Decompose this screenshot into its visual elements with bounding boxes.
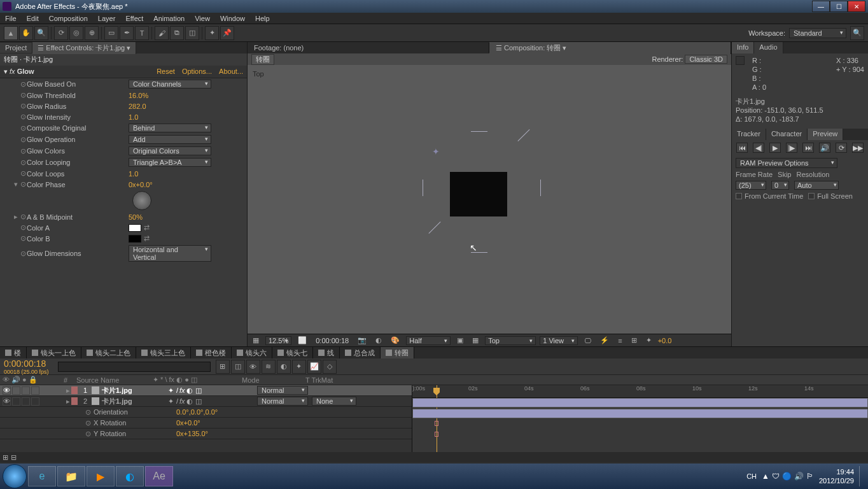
layer-bar-1[interactable] [412, 398, 868, 408]
effect-options[interactable]: Options... [182, 67, 212, 75]
viewport[interactable]: Top ✦ ↖ [248, 65, 731, 334]
camera-tool[interactable]: ◎ [69, 26, 83, 40]
prop-value[interactable]: 0.0°,0.0°,0.0° [176, 408, 218, 416]
axis-gizmo-icon[interactable]: ✦ [432, 146, 440, 157]
layer-row[interactable]: 👁 ▸ 1 卡片1.jpg ✦ /fx◐◫ Normal [0, 385, 412, 396]
timeline-track-area[interactable]: ):00s02s04s06s08s10s12s14s [412, 385, 868, 452]
comp-name-button[interactable]: 转圈 [251, 54, 274, 65]
full-screen-checkbox[interactable]: Full Screen [808, 192, 853, 200]
brush-tool[interactable]: 🖌 [155, 26, 169, 40]
comp-mini-flowchart-icon[interactable]: ⊞ [216, 360, 230, 374]
pixel-aspect-icon[interactable]: 🖵 [582, 337, 594, 344]
toggle-modes-icon[interactable]: ⊟ [11, 453, 17, 462]
resolution-dropdown[interactable]: Half [406, 336, 451, 345]
timeline-tab[interactable]: 转圈 [381, 347, 414, 358]
timeline-tab[interactable]: 镜头一上色 [27, 347, 81, 358]
play-button[interactable]: ▶ [769, 143, 781, 153]
clone-tool[interactable]: ⧉ [170, 26, 184, 40]
frame-blend-icon[interactable]: ≋ [262, 360, 276, 374]
color-swatch[interactable] [129, 224, 141, 232]
effect-reset[interactable]: Reset [157, 67, 175, 75]
pan-behind-tool[interactable]: ⊕ [85, 26, 99, 40]
hand-tool[interactable]: ✋ [19, 26, 33, 40]
timeline-search-input[interactable] [58, 362, 211, 372]
color-mgmt-icon[interactable]: 🎨 [388, 336, 402, 344]
prop-dropdown[interactable]: Add [129, 135, 211, 144]
tab-preview[interactable]: Preview [808, 129, 843, 140]
timeline-icon[interactable]: ≡ [615, 337, 624, 344]
menu-animation[interactable]: Animation [153, 15, 185, 22]
audio-button[interactable]: 🔊 [819, 143, 830, 153]
minimize-button[interactable]: — [812, 1, 830, 12]
menu-help[interactable]: Help [255, 15, 270, 22]
prop-dropdown[interactable]: Original Colors [129, 146, 211, 155]
tab-character[interactable]: Character [766, 129, 808, 140]
motion-blur-icon[interactable]: ◐ [277, 360, 291, 374]
tab-composition[interactable]: ☰ Composition: 转圈 ▾ [489, 42, 731, 54]
effect-about[interactable]: About... [219, 67, 243, 75]
tab-project[interactable]: Project [0, 43, 32, 53]
timeline-tab[interactable]: 镜头六 [232, 347, 272, 358]
taskbar-browser-icon[interactable]: ◐ [116, 466, 144, 486]
eraser-tool[interactable]: ◫ [185, 26, 199, 40]
prop-dropdown[interactable]: Behind [129, 124, 211, 132]
shy-icon[interactable]: 👁 [246, 360, 260, 374]
snapshot-icon[interactable]: 📷 [355, 336, 369, 344]
grid-icon[interactable]: ▦ [250, 336, 262, 344]
layer-bar-2[interactable] [412, 409, 868, 418]
keyframe-icon[interactable] [435, 432, 438, 437]
views-count-dropdown[interactable]: 1 View [540, 336, 578, 345]
tab-effect-controls[interactable]: ☰ Effect Controls: 卡片1.jpg ▾ [32, 42, 136, 54]
prop-value[interactable]: 1.0 [129, 113, 138, 121]
res-icon[interactable]: ⬜ [295, 336, 309, 344]
brainstorm-icon[interactable]: ✦ [292, 360, 306, 374]
pen-tool[interactable]: ✒ [120, 26, 134, 40]
prop-value[interactable]: 282.0 [129, 103, 146, 110]
taskbar-mediaplayer-icon[interactable]: ▶ [87, 466, 115, 486]
zoom-dropdown[interactable]: 12.5% [265, 336, 291, 345]
timeline-tab[interactable]: 镜头二上色 [81, 347, 136, 358]
tab-tracker[interactable]: Tracker [732, 129, 766, 140]
prop-dropdown[interactable]: Triangle A>B>A [129, 158, 211, 167]
phase-knob[interactable] [132, 191, 151, 210]
layer-row[interactable]: 👁 ▸ 2 卡片1.jpg ✦ /fx◐◫ Normal None [0, 396, 412, 407]
selection-tool[interactable]: ▲ [4, 26, 18, 40]
show-desktop-button[interactable] [859, 466, 865, 486]
menu-file[interactable]: File [5, 15, 17, 22]
skip-dropdown[interactable]: 0 [771, 181, 789, 190]
zoom-tool[interactable]: 🔍 [34, 26, 48, 40]
tray-volume-icon[interactable]: 🔊 [794, 472, 804, 481]
search-help-icon[interactable]: 🔍 [850, 26, 864, 40]
rect-tool[interactable]: ▭ [104, 26, 118, 40]
menu-effect[interactable]: Effect [125, 15, 143, 22]
menu-edit[interactable]: Edit [27, 15, 39, 22]
ram-preview-dropdown[interactable]: RAM Preview Options [736, 158, 837, 168]
taskbar-explorer-icon[interactable]: 📁 [57, 466, 85, 486]
maximize-button[interactable]: ☐ [830, 1, 848, 12]
last-frame-button[interactable]: ⏭ [802, 143, 814, 153]
menu-layer[interactable]: Layer [98, 15, 116, 22]
from-current-time-checkbox[interactable]: From Current Time [736, 192, 803, 200]
taskbar-ae-icon[interactable]: Ae [145, 466, 173, 486]
prop-value[interactable]: 1.0 [129, 170, 138, 178]
close-button[interactable]: ✕ [848, 1, 865, 12]
view-dropdown[interactable]: Top [485, 336, 536, 345]
prop-value[interactable]: 50% [129, 213, 143, 221]
workspace-dropdown[interactable]: Standard [789, 28, 846, 38]
taskbar-clock[interactable]: 19:44 2012/10/29 [819, 467, 854, 485]
mode-dropdown[interactable]: Normal [257, 386, 308, 395]
menu-window[interactable]: Window [220, 15, 245, 22]
channel-icon[interactable]: ◐ [373, 336, 384, 344]
timeline-tab[interactable]: 线 [313, 347, 340, 358]
timeline-time[interactable]: 0:00:00:18 [4, 358, 49, 369]
keyframe-icon[interactable] [435, 421, 438, 426]
prop-value[interactable]: 0x+0.0° [176, 419, 200, 427]
auto-keyframe-icon[interactable]: ◇ [323, 360, 337, 374]
framerate-dropdown[interactable]: (25) [736, 181, 766, 190]
tray-network-icon[interactable]: 🔵 [782, 472, 792, 481]
menu-composition[interactable]: Composition [49, 15, 88, 22]
draft3d-icon[interactable]: ◫ [231, 360, 245, 374]
loop-button[interactable]: ⟳ [836, 143, 847, 153]
transparency-icon[interactable]: ▦ [470, 336, 481, 344]
taskbar-ie-icon[interactable]: e [28, 466, 56, 486]
